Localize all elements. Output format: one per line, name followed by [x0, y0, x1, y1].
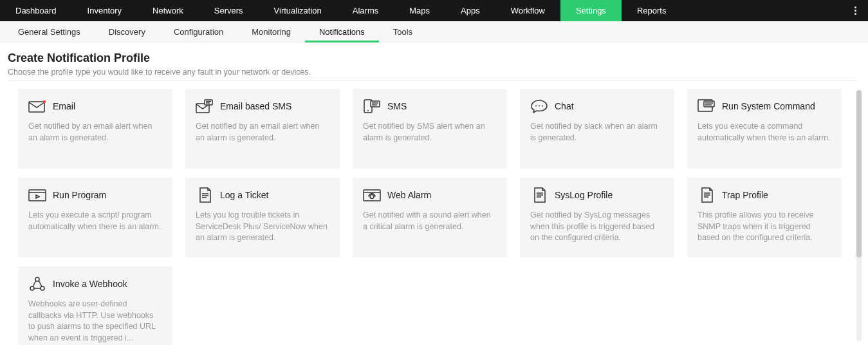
card-title: SMS	[387, 101, 407, 111]
subnav-discovery[interactable]: Discovery	[95, 21, 160, 42]
subnav-general-settings[interactable]: General Settings	[4, 21, 95, 42]
nav-maps[interactable]: Maps	[394, 0, 445, 21]
scrollbar-thumb[interactable]	[856, 90, 862, 257]
nav-workflow[interactable]: Workflow	[495, 0, 560, 21]
nav-dashboard[interactable]: Dashboard	[0, 0, 72, 21]
svg-rect-23	[364, 190, 380, 201]
card-title: Run System Command	[722, 101, 815, 111]
trap-icon	[697, 188, 716, 202]
nav-network[interactable]: Network	[137, 0, 199, 21]
card-title: Run Program	[53, 190, 106, 200]
card-title: Chat	[555, 101, 574, 111]
card-title: Email	[53, 101, 75, 111]
nav-virtualization[interactable]: Virtualization	[259, 0, 337, 21]
svg-point-25	[370, 195, 374, 199]
card-desc: Get notified by SMS alert when an alarm …	[363, 121, 497, 144]
card-title: Invoke a Webhook	[53, 279, 127, 289]
svg-point-1	[43, 100, 46, 103]
card-web-alarm[interactable]: Web Alarm Get notified with a sound aler…	[353, 178, 507, 257]
ticket-icon	[196, 188, 214, 202]
syslog-icon	[530, 188, 548, 202]
card-run-command[interactable]: Run System Command Lets you execute a co…	[687, 89, 842, 169]
svg-point-12	[539, 106, 540, 107]
terminal-icon	[697, 99, 716, 113]
nav-reports[interactable]: Reports	[622, 0, 682, 21]
nav-alarms[interactable]: Alarms	[337, 0, 394, 21]
kebab-icon	[854, 6, 856, 15]
card-desc: Lets you log trouble tickets in ServiceD…	[196, 210, 329, 244]
run-program-icon	[28, 188, 46, 202]
card-sms[interactable]: SMS Get notified by SMS alert when an al…	[353, 89, 507, 169]
page-content: Create Notification Profile Choose the p…	[0, 42, 868, 345]
profile-card-grid: Email Get notified by an email alert whe…	[8, 89, 858, 345]
svg-point-34	[41, 286, 44, 290]
svg-rect-3	[205, 100, 212, 105]
svg-point-7	[367, 110, 369, 111]
nav-apps[interactable]: Apps	[445, 0, 495, 21]
webhook-icon	[28, 277, 46, 291]
more-menu-button[interactable]	[851, 0, 860, 21]
card-chat[interactable]: Chat Get notified by slack when an alarm…	[520, 89, 674, 169]
card-webhook[interactable]: Invoke a Webhook Webhooks are user-defin…	[18, 266, 172, 345]
card-title: Log a Ticket	[220, 190, 269, 200]
email-sms-icon	[196, 99, 214, 113]
svg-point-11	[535, 106, 537, 107]
svg-rect-15	[704, 101, 714, 107]
svg-rect-0	[29, 102, 44, 112]
sub-nav: General Settings Discovery Configuration…	[0, 21, 868, 42]
subnav-configuration[interactable]: Configuration	[160, 21, 237, 42]
card-desc: This profile allows you to receive SNMP …	[697, 210, 831, 244]
svg-point-13	[542, 106, 543, 107]
nav-servers[interactable]: Servers	[199, 0, 259, 21]
card-email-sms[interactable]: Email based SMS Get notified by an email…	[185, 89, 340, 169]
card-desc: Get notified by SysLog messages when thi…	[530, 210, 664, 244]
card-title: Email based SMS	[220, 101, 291, 111]
page-subtitle: Choose the profile type you would like t…	[8, 68, 858, 77]
card-title: Trap Profile	[722, 190, 768, 200]
card-desc: Get notified by slack when an alarm is g…	[530, 121, 664, 144]
card-syslog[interactable]: SysLog Profile Get notified by SysLog me…	[520, 178, 674, 257]
page-title: Create Notification Profile	[8, 51, 858, 65]
svg-point-33	[30, 286, 34, 290]
card-desc: Lets you execute a script/ program autom…	[28, 210, 162, 232]
web-alarm-icon	[363, 188, 381, 202]
card-title: SysLog Profile	[555, 190, 613, 200]
nav-inventory[interactable]: Inventory	[72, 0, 137, 21]
subnav-tools[interactable]: Tools	[379, 21, 427, 42]
card-desc: Get notified by an email alert when an a…	[196, 121, 329, 144]
card-desc: Webhooks are user-defined callbacks via …	[28, 299, 162, 344]
sms-icon	[363, 99, 381, 113]
card-desc: Get notified with a sound alert when a c…	[363, 210, 497, 232]
chat-icon	[530, 99, 548, 113]
nav-settings[interactable]: Settings	[560, 0, 622, 21]
subnav-monitoring[interactable]: Monitoring	[237, 21, 305, 42]
card-run-program[interactable]: Run Program Lets you execute a script/ p…	[18, 178, 172, 257]
card-desc: Get notified by an email alert when an a…	[28, 121, 162, 144]
email-icon	[28, 99, 46, 113]
divider	[8, 80, 858, 81]
card-title: Web Alarm	[387, 190, 431, 200]
svg-rect-8	[371, 101, 380, 107]
card-trap[interactable]: Trap Profile This profile allows you to …	[687, 178, 842, 257]
scrollbar[interactable]	[856, 90, 862, 341]
card-desc: Lets you execute a command automatically…	[697, 121, 831, 144]
card-log-ticket[interactable]: Log a Ticket Lets you log trouble ticket…	[185, 178, 340, 257]
top-nav: Dashboard Inventory Network Servers Virt…	[0, 0, 868, 21]
card-email[interactable]: Email Get notified by an email alert whe…	[18, 89, 172, 169]
subnav-notifications[interactable]: Notifications	[305, 21, 379, 42]
